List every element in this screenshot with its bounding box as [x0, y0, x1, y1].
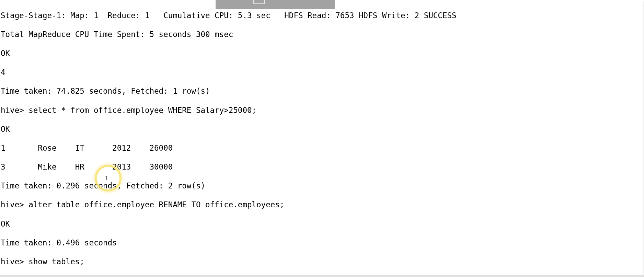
- terminal-line: hive> select * from office.employee WHER…: [1, 106, 644, 115]
- terminal-line: 4: [1, 68, 644, 77]
- terminal-line: Total MapReduce CPU Time Spent: 5 second…: [1, 30, 644, 39]
- terminal-line: hive> alter table office.employee RENAME…: [1, 200, 644, 210]
- terminal-line: Time taken: 0.296 seconds, Fetched: 2 ro…: [1, 181, 644, 191]
- terminal-line: 3 Mike HR 2013 30000: [1, 162, 644, 172]
- terminal-line: Stage-Stage-1: Map: 1 Reduce: 1 Cumulati…: [1, 11, 644, 21]
- terminal-line: OK: [1, 125, 644, 134]
- scrollbar-vertical[interactable]: [643, 1, 644, 275]
- terminal-line: Time taken: 74.825 seconds, Fetched: 1 r…: [1, 86, 644, 96]
- window-bottom-frame: [0, 275, 644, 277]
- terminal-line: hive> show tables;: [1, 257, 644, 267]
- terminal-line: 1 Rose IT 2012 26000: [1, 143, 644, 153]
- terminal-line: Time taken: 0.496 seconds: [1, 238, 644, 248]
- terminal-line: OK: [1, 219, 644, 229]
- terminal-output[interactable]: Stage-Stage-1: Map: 1 Reduce: 1 Cumulati…: [0, 0, 644, 277]
- terminal-line: OK: [1, 49, 644, 58]
